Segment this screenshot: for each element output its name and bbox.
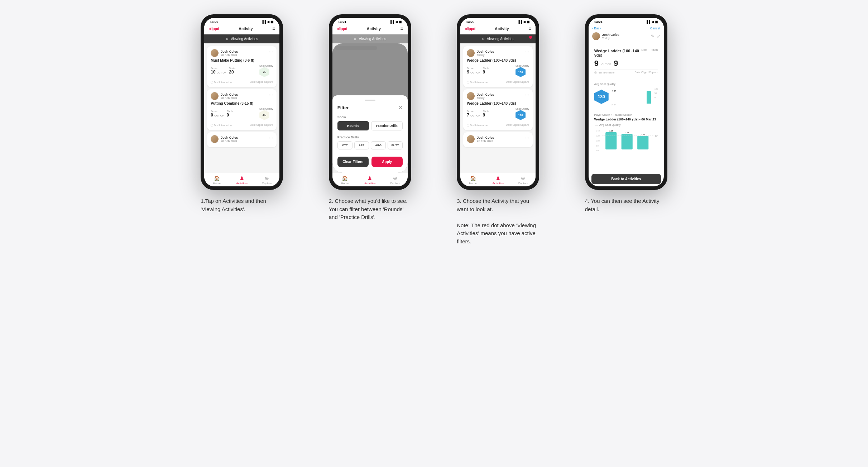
user-date-3-2: Today xyxy=(477,96,494,100)
card-stats-3-2: Score 7 OUT OF Shots 9 Shot Quality 118 xyxy=(467,108,529,120)
card-data-3-2: Data: Clippd Capture xyxy=(506,124,529,127)
close-icon-2[interactable]: ✕ xyxy=(398,104,403,111)
tab-activities-label-2: Activities xyxy=(364,182,376,185)
tab-home-2[interactable]: 🏠 Home xyxy=(332,175,358,185)
pa-label-4: Player Activity xyxy=(594,114,610,116)
activity-card-3-3[interactable]: Josh Coles 28 Feb 2023 ··· xyxy=(463,132,533,147)
detail-icons-4: ✎ ⤢ xyxy=(651,34,660,39)
viewing-banner-3[interactable]: ⚙ Viewing Activities xyxy=(460,34,536,43)
battery-icon-3: ▣ xyxy=(527,20,530,24)
tab-capture-3[interactable]: ⊕ Capture xyxy=(510,175,536,185)
apply-btn-2[interactable]: Apply xyxy=(371,157,403,167)
tab-capture-1[interactable]: ⊕ Capture xyxy=(254,175,279,185)
back-btn-4[interactable]: ‹ Back xyxy=(592,27,601,30)
detail-score-cols-4: Score Shots xyxy=(641,49,658,51)
stat-sq-3-1: Shot Quality 130 xyxy=(515,65,529,77)
nav-bar-1: clippd Activity ≡ xyxy=(204,24,279,34)
user-date-1-2: 28 Feb 2023 xyxy=(221,96,238,100)
time-2: 13:21 xyxy=(338,20,346,24)
pa-chart-title-4: Wedge Ladder (100–140 yds) - 06 Mar 23 xyxy=(594,118,658,121)
status-icons-3: ▐▐ ◀ ▣ xyxy=(517,20,530,24)
sq-hex-3-1: 130 xyxy=(515,67,526,77)
svg-text:124: 124 xyxy=(655,135,658,137)
card-footer-3-1: ⓘ Test Information Data: Clippd Capture xyxy=(467,79,529,84)
svg-text:60: 60 xyxy=(596,149,598,152)
detail-header-4: ‹ Back Cancel Josh Coles Today ✎ xyxy=(589,24,664,43)
clear-filters-btn-2[interactable]: Clear Filters xyxy=(337,157,369,167)
card-menu-1-2[interactable]: ··· xyxy=(269,92,273,97)
activity-card-1-2[interactable]: Josh Coles 28 Feb 2023 ··· Putting Combi… xyxy=(207,89,277,130)
shots-col-4: Shots xyxy=(652,49,658,51)
caption-3-note: Note: The red dot above 'Viewing Activit… xyxy=(457,222,536,244)
activity-card-3-1[interactable]: Josh Coles Today ··· Wedge Ladder (100–1… xyxy=(463,46,533,87)
step-2: 13:21 ▐▐ ◀ ▣ clippd Activity ≡ ⚙ Viewi xyxy=(311,14,429,221)
status-bar-3: 13:20 ▐▐ ◀ ▣ xyxy=(460,18,536,24)
card-title-3-2: Wedge Ladder (100–140 yds) xyxy=(467,101,529,105)
tab-capture-2[interactable]: ⊕ Capture xyxy=(383,175,408,185)
detail-user-name-4: Josh Coles xyxy=(602,33,619,37)
ott-btn-2[interactable]: OTT xyxy=(337,141,353,149)
activity-card-1-3[interactable]: Josh Coles 28 Feb 2023 ··· xyxy=(207,132,277,147)
avatar-1-2 xyxy=(211,92,219,100)
card-footer-1-2: ⓘ Test Information Data: Clippd Capture xyxy=(211,122,273,127)
tab-capture-label-2: Capture xyxy=(390,182,400,185)
tab-activities-1[interactable]: ♟ Activities xyxy=(229,175,254,185)
svg-text:80: 80 xyxy=(596,145,598,147)
activity-card-3-2[interactable]: Josh Coles Today ··· Wedge Ladder (100–1… xyxy=(463,89,533,130)
stat-shots-1-1: Shots 20 xyxy=(229,67,235,75)
tab-capture-label-1: Capture xyxy=(262,182,272,185)
stat-score-1-1: Score 10 OUT OF xyxy=(211,67,226,75)
detail-data-4: Data: Clippd Capture xyxy=(634,71,658,75)
hamburger-icon-2[interactable]: ≡ xyxy=(401,26,403,32)
user-name-1-2: Josh Coles xyxy=(221,93,238,96)
card-data-3-1: Data: Clippd Capture xyxy=(506,81,529,84)
card-menu-3-3[interactable]: ··· xyxy=(525,135,529,140)
tab-activities-label-1: Activities xyxy=(236,182,248,185)
detail-score-row-4: 9 OUT OF 9 xyxy=(594,59,658,68)
player-activity-section-4: Player Activity › Practice Session Wedge… xyxy=(591,111,661,157)
tab-activities-3[interactable]: ♟ Activities xyxy=(485,175,510,185)
phone-screen-2: 13:21 ▐▐ ◀ ▣ clippd Activity ≡ ⚙ Viewi xyxy=(332,18,408,186)
nav-title-2: Activity xyxy=(366,27,381,31)
tab-home-3[interactable]: 🏠 Home xyxy=(460,175,485,185)
avatar-1-1 xyxy=(211,49,219,57)
home-icon-3: 🏠 xyxy=(470,175,476,181)
back-to-activities-btn-4[interactable]: Back to Activities xyxy=(591,174,661,184)
detail-shots-value-4: 9 xyxy=(614,59,618,68)
practice-drills-btn-2[interactable]: Practice Drills xyxy=(371,121,403,130)
user-info-3-1: Josh Coles Today xyxy=(467,49,494,57)
score-label-4: Score xyxy=(641,49,647,51)
hamburger-icon-3[interactable]: ≡ xyxy=(528,26,531,32)
activity-card-1-1[interactable]: Josh Coles 28 Feb 2023 ··· Must Make Put… xyxy=(207,46,277,87)
stat-sq-1-1: Shot Quality 75 xyxy=(259,65,273,77)
avg-shot-section-4: Avg Shot Quality 130 100 50 0 xyxy=(591,80,661,109)
status-icons-2: ▐▐ ◀ ▣ xyxy=(389,20,402,24)
svg-text:140: 140 xyxy=(596,130,599,132)
user-date-3-1: Today xyxy=(477,53,494,57)
app-btn-2[interactable]: APP xyxy=(354,141,369,149)
bar-value-label-4: 130 xyxy=(612,90,617,92)
card-menu-1-1[interactable]: ··· xyxy=(269,49,273,54)
arg-btn-2[interactable]: ARG xyxy=(371,141,386,149)
rounds-btn-2[interactable]: Rounds xyxy=(337,121,369,130)
card-footer-1-1: ⓘ Test Information Data: Clippd Capture xyxy=(211,79,273,84)
putt-btn-2[interactable]: PUTT xyxy=(388,141,403,149)
card-info-1-1: ⓘ Test Information xyxy=(211,81,232,84)
expand-icon-4[interactable]: ⤢ xyxy=(657,34,660,39)
card-menu-3-1[interactable]: ··· xyxy=(525,49,529,54)
card-menu-3-2[interactable]: ··· xyxy=(525,92,529,97)
tab-activities-2[interactable]: ♟ Activities xyxy=(358,175,383,185)
filter-icon-1: ⚙ xyxy=(226,37,229,41)
tab-home-label-2: Home xyxy=(341,182,349,185)
activities-icon-2: ♟ xyxy=(368,175,372,181)
edit-icon-4[interactable]: ✎ xyxy=(651,34,654,39)
hamburger-icon-1[interactable]: ≡ xyxy=(272,26,275,32)
viewing-banner-1[interactable]: ⚙ Viewing Activities xyxy=(204,34,279,43)
shots-label-4: Shots xyxy=(652,49,658,51)
filter-handle-2 xyxy=(365,100,375,101)
avatar-3-2 xyxy=(467,92,475,100)
cancel-btn-4[interactable]: Cancel xyxy=(650,27,660,30)
card-menu-1-3[interactable]: ··· xyxy=(269,135,273,140)
tab-home-1[interactable]: 🏠 Home xyxy=(204,175,229,185)
user-name-1-3: Josh Coles xyxy=(221,136,238,139)
